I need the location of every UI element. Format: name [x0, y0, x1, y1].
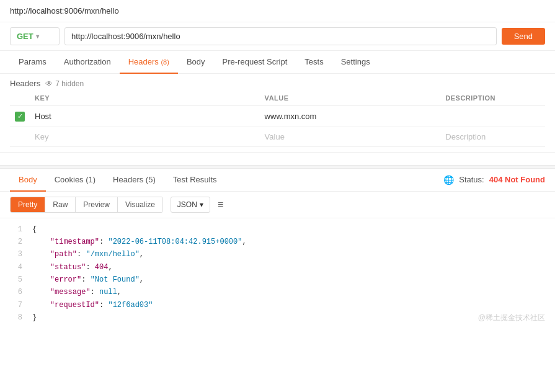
line-num-8: 8	[10, 311, 22, 324]
hidden-count: 7 hidden	[55, 79, 84, 88]
request-row: GET ▾ Send	[0, 22, 555, 51]
code-content-5: "error": "Not Found",	[32, 274, 545, 286]
code-content-3: "path": "/mxn/hello",	[32, 248, 545, 261]
top-url-text: http://localhost:9006/mxn/hello	[10, 6, 119, 16]
response-tab-testresults[interactable]: Test Results	[164, 169, 226, 192]
method-select[interactable]: GET ▾	[10, 27, 60, 45]
hidden-badge: 👁 7 hidden	[45, 79, 84, 88]
request-tabs-row: Params Authorization Headers (8) Body Pr…	[0, 51, 555, 74]
format-visualize[interactable]: Visualize	[118, 197, 162, 212]
method-chevron-icon: ▾	[36, 33, 39, 40]
body-type-select[interactable]: JSON ▾	[171, 197, 210, 213]
line-num-7: 7	[10, 299, 22, 311]
format-pretty[interactable]: Pretty	[11, 197, 45, 212]
code-line-6: 6 "message": null,	[10, 286, 545, 298]
code-line-3: 3 "path": "/mxn/hello",	[10, 248, 545, 261]
code-content-4: "status": 404,	[32, 261, 545, 274]
row2-value[interactable]: Value	[260, 127, 441, 146]
code-line-1: 1 {	[10, 223, 545, 236]
response-tabs-row: Body Cookies (1) Headers (5) Test Result…	[0, 169, 555, 192]
headers-table: KEY VALUE DESCRIPTION ✓ Host www.mxn.com…	[10, 91, 545, 147]
code-line-8: 8 }	[10, 311, 545, 324]
col-checkbox	[10, 91, 30, 106]
response-tab-cookies[interactable]: Cookies (1)	[46, 169, 104, 192]
top-url-bar: http://localhost:9006/mxn/hello	[0, 0, 555, 22]
code-content-8: }	[32, 311, 545, 324]
code-line-2: 2 "timestamp": "2022-06-11T08:04:42.915+…	[10, 236, 545, 248]
url-input[interactable]	[64, 27, 497, 45]
body-type-chevron: ▾	[200, 200, 203, 209]
headers-section: Headers 👁 7 hidden KEY VALUE DESCRIPTION…	[0, 74, 555, 153]
line-num-4: 4	[10, 261, 22, 274]
tab-body[interactable]: Body	[178, 51, 214, 74]
watermark: @稀土掘金技术社区	[478, 311, 545, 324]
headers-label-row: Headers 👁 7 hidden	[10, 79, 545, 88]
row-key[interactable]: Host	[30, 106, 260, 127]
code-line-4: 4 "status": 404,	[10, 261, 545, 274]
eye-icon: 👁	[45, 79, 53, 88]
row-description	[440, 106, 545, 127]
code-line-7: 7 "requestId": "12f6ad03"	[10, 299, 545, 311]
format-raw[interactable]: Raw	[45, 197, 76, 212]
row-checkbox-cell[interactable]: ✓	[10, 106, 30, 127]
code-content-7: "requestId": "12f6ad03"	[32, 299, 545, 311]
tab-authorization[interactable]: Authorization	[55, 51, 120, 74]
row2-key[interactable]: Key	[30, 127, 260, 146]
value-placeholder: Value	[265, 132, 285, 141]
line-num-1: 1	[10, 223, 22, 236]
response-tab-headers[interactable]: Headers (5)	[104, 169, 164, 192]
line-num-2: 2	[10, 236, 22, 248]
tab-prerequest[interactable]: Pre-request Script	[214, 51, 296, 74]
status-area: 🌐 Status: 404 Not Found	[443, 175, 545, 185]
tab-settings[interactable]: Settings	[332, 51, 379, 74]
tab-headers[interactable]: Headers (8)	[120, 51, 178, 74]
response-toolbar: Pretty Raw Preview Visualize JSON ▾ ≡	[0, 192, 555, 218]
key-placeholder: Key	[35, 132, 48, 141]
col-key: KEY	[30, 91, 260, 106]
code-content-1: {	[32, 223, 545, 236]
row2-description[interactable]: Description	[440, 127, 545, 146]
code-area: 1 { 2 "timestamp": "2022-06-11T08:04:42.…	[0, 218, 555, 329]
tab-params[interactable]: Params	[10, 51, 55, 74]
row2-checkbox-cell	[10, 127, 30, 146]
headers-label: Headers	[10, 79, 40, 88]
method-label: GET	[17, 32, 33, 41]
code-content-2: "timestamp": "2022-06-11T08:04:42.915+00…	[32, 236, 545, 248]
col-description: DESCRIPTION	[440, 91, 545, 106]
description-placeholder: Description	[445, 132, 486, 141]
tab-tests[interactable]: Tests	[296, 51, 332, 74]
filter-icon[interactable]: ≡	[218, 199, 223, 210]
code-line-5: 5 "error": "Not Found",	[10, 274, 545, 286]
col-value: VALUE	[260, 91, 441, 106]
globe-icon: 🌐	[443, 175, 454, 185]
line-num-6: 6	[10, 286, 22, 298]
line-num-3: 3	[10, 248, 22, 261]
response-tab-body[interactable]: Body	[10, 169, 46, 192]
row-value[interactable]: www.mxn.com	[260, 106, 441, 127]
status-label: Status:	[459, 175, 484, 184]
code-content-6: "message": null,	[32, 286, 545, 298]
format-tabs: Pretty Raw Preview Visualize	[10, 197, 163, 213]
table-row: ✓ Host www.mxn.com	[10, 106, 545, 127]
body-type-label: JSON	[177, 200, 197, 209]
send-button[interactable]: Send	[502, 28, 545, 45]
checkbox-checked-icon: ✓	[15, 112, 25, 122]
line-num-5: 5	[10, 274, 22, 286]
status-badge: 404 Not Found	[489, 175, 545, 184]
format-preview[interactable]: Preview	[76, 197, 118, 212]
table-row-placeholder: Key Value Description	[10, 127, 545, 146]
